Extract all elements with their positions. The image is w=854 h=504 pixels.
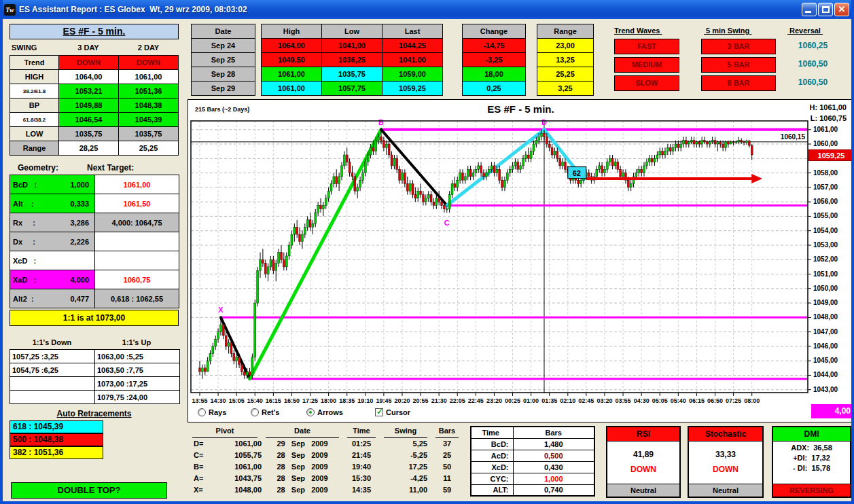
svg-text:19:10: 19:10 xyxy=(357,397,373,404)
svg-text:C: C xyxy=(444,219,450,227)
swing-5bar: 5 BAR xyxy=(701,57,776,73)
svg-text:1050,00: 1050,00 xyxy=(813,285,838,292)
range-3day: 28,25 xyxy=(59,141,119,156)
svg-text:00:25: 00:25 xyxy=(505,397,520,404)
checkbox-checked-icon[interactable] xyxy=(375,408,383,416)
pivot-bars: 11 xyxy=(431,473,463,484)
bp-2day: 1048,38 xyxy=(119,98,179,113)
daily-range-table: Range 23,00 13,25 25,25 3,25 xyxy=(537,24,594,96)
rets-radio[interactable]: Ret's xyxy=(251,407,279,418)
minus-di-value: - DI: 15,78 xyxy=(773,462,850,472)
tb-label: AcD: xyxy=(471,450,513,461)
daily-change-table: Change -14,75 -3,25 18,00 0,25 xyxy=(462,24,526,96)
tb-label: ALT: xyxy=(471,484,513,496)
cursor-checkbox[interactable]: Cursor xyxy=(375,407,410,418)
chart-panel: 215 Bars (~2 Days) ES #F - 5 min. H: 106… xyxy=(188,99,854,422)
low-2day: 1035,75 xyxy=(119,127,179,141)
close-icon: ✕ xyxy=(835,4,849,14)
auto-retracements-header: Auto Retracements xyxy=(10,409,179,418)
row-label: BP xyxy=(10,98,59,113)
stochastic-value: 33,33 xyxy=(689,442,762,459)
trend-waves-header: Trend Waves xyxy=(614,26,662,35)
change-header: Change xyxy=(463,24,526,39)
high-3day: 1064,00 xyxy=(59,70,119,84)
table-row: BcD :1,000 1061,00 xyxy=(10,175,179,194)
date-header: Date xyxy=(192,24,255,39)
radio-selected-icon[interactable] xyxy=(306,408,315,416)
maximize-button[interactable] xyxy=(818,3,833,16)
table-row: 61.8/38.2 1046,54 1045,39 xyxy=(10,113,179,127)
geo-label-rx: Rx :3,286 xyxy=(10,213,95,232)
range-header: Range xyxy=(537,24,594,39)
titlebar: Tw ES Assistant Report : ES Globex Wt, 2… xyxy=(0,0,854,19)
pattern-signal-banner: DOUBLE TOP? xyxy=(11,482,167,499)
maximize-icon xyxy=(822,6,830,13)
geo-label-bcd: BcD :1,000 xyxy=(10,175,95,194)
svg-text:1055,00: 1055,00 xyxy=(813,212,838,219)
svg-text:18:35: 18:35 xyxy=(339,397,355,404)
pivot-time: 21:45 xyxy=(343,450,380,461)
radio-icon[interactable] xyxy=(198,408,206,416)
svg-text:1054,00: 1054,00 xyxy=(813,227,838,234)
table-row: XaD :4,000 1060,75 xyxy=(10,270,179,289)
row-label: 38.2/61.8 xyxy=(10,84,59,98)
svg-text:08:00: 08:00 xyxy=(744,397,760,404)
bars-header: Bars xyxy=(435,425,459,438)
plus-di-value: +DI: 17,32 xyxy=(773,452,850,462)
change-cell: 18,00 xyxy=(463,67,526,82)
up-value: 1063,00 :5,25 xyxy=(95,350,180,363)
rays-radio[interactable]: Rays xyxy=(198,407,226,418)
svg-text:16:50: 16:50 xyxy=(284,397,300,404)
tb-value: 0,740 xyxy=(513,484,594,496)
pivot-swing: 5,25 xyxy=(380,438,431,450)
svg-text:1053,00: 1053,00 xyxy=(813,241,838,249)
pivot-bars: 59 xyxy=(431,484,463,496)
minimize-button[interactable] xyxy=(802,3,817,16)
low-cell: 1035,75 xyxy=(322,67,382,82)
svg-text:01:00: 01:00 xyxy=(523,397,539,404)
svg-text:17:25: 17:25 xyxy=(302,397,318,404)
close-button[interactable]: ✕ xyxy=(834,3,849,16)
last-cell: 1059,00 xyxy=(382,67,443,82)
time-header: Time xyxy=(347,425,376,438)
high-cell: 1061,00 xyxy=(262,67,322,82)
retracement-500: 500 : 1048,38 xyxy=(10,433,103,446)
session-range-box: 4,00 xyxy=(811,404,854,418)
app-window: Tw ES Assistant Report : ES Globex Wt, 2… xyxy=(0,0,854,504)
date-cell: Sep 28 xyxy=(192,67,255,82)
high-cell: 1064,00 xyxy=(262,39,322,53)
next-target-header: Next Target: xyxy=(87,163,134,173)
radio-icon[interactable] xyxy=(251,408,259,416)
swing-header: SWING xyxy=(10,41,58,54)
pivot-name: C= xyxy=(188,450,211,461)
pivot-name: D= xyxy=(188,438,211,450)
row-label: Range xyxy=(10,141,59,156)
rets-label: Ret's xyxy=(262,408,279,416)
svg-text:15:05: 15:05 xyxy=(229,397,245,404)
up-header: 1:1's Up xyxy=(94,338,179,348)
stochastic-status: Neutral xyxy=(689,484,762,497)
swing-8bar: 8 BAR xyxy=(701,75,776,91)
svg-text:1043,00: 1043,00 xyxy=(813,386,838,393)
rays-label: Rays xyxy=(209,408,226,416)
five-min-swing-header: 5 min Swing xyxy=(704,26,751,35)
up-value: 1073,00 :17,25 xyxy=(95,377,180,391)
row-label: LOW xyxy=(10,127,59,141)
pivot-date: 28 Sep 2009 xyxy=(262,484,343,496)
up-value: 1079,75 :24,00 xyxy=(95,391,180,404)
svg-text:1057,00: 1057,00 xyxy=(813,183,838,191)
table-row: Rx :3,286 4,000: 1064,75 xyxy=(10,213,179,232)
svg-text:1047,00: 1047,00 xyxy=(813,328,838,336)
symbol-title: ES #F - 5 min. xyxy=(10,24,179,39)
one-to-one-table: 1057,25 :3,251063,00 :5,25 1054,75 :6,25… xyxy=(10,349,180,404)
arrows-radio[interactable]: Arrows xyxy=(306,407,343,418)
time-bars-table: Time Bars BcD: 1,480 AcD: 0,500 XcD: 0,4… xyxy=(470,426,595,497)
pivot-price: 1061,00 xyxy=(211,461,262,473)
pivot-name: B= xyxy=(188,461,211,473)
rsi-status: Neutral xyxy=(607,484,679,497)
table-row: XcD : xyxy=(10,251,179,270)
price-chart[interactable]: 1060,1562XBCD1043,001044,001045,001046,0… xyxy=(188,100,853,422)
pivot-bars: 37 xyxy=(431,438,463,450)
pivot-price: 1043,75 xyxy=(211,473,262,484)
retracement-618: 618 : 1045,39 xyxy=(10,420,103,433)
